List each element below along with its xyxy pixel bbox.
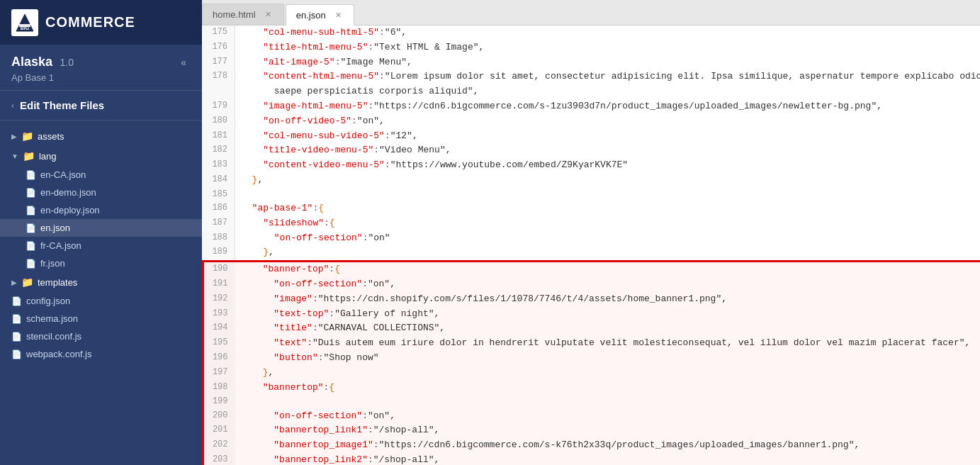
folder-arrow-assets: ▶ [11, 133, 17, 140]
table-row: 201 "bannertop_link1":"/shop-all", [203, 423, 981, 438]
line-number: 182 [203, 143, 235, 158]
table-row: 193 "text-top":"Gallery of night", [203, 307, 981, 322]
file-icon-schema: 📄 [11, 314, 22, 324]
file-label-schema: schema.json [26, 313, 78, 324]
logo-icon: BIG [11, 9, 38, 36]
folder-icon-lang: 📁 [23, 150, 35, 162]
table-row: 199 [203, 395, 981, 408]
line-number: 183 [203, 158, 235, 173]
table-row: 196 "button":"Shop now" [203, 351, 981, 366]
line-code: "slideshow":{ [235, 216, 981, 231]
line-code: "ap-base-1":{ [235, 201, 981, 216]
line-code: "content-html-menu-5":"Lorem ipsum dolor… [235, 69, 981, 84]
file-label-en-ca: en-CA.json [40, 169, 86, 180]
line-code: }, [235, 245, 981, 261]
folder-icon-assets: 📁 [21, 130, 33, 142]
line-code: "bannertop_image1":"https://cdn6.bigcomm… [235, 438, 981, 453]
file-label-en: en.json [40, 223, 70, 233]
folder-label-lang: lang [39, 151, 57, 162]
line-code: "on-off-video-5":"on", [235, 114, 981, 129]
file-en-deploy-json[interactable]: 📄 en-deploy.json [0, 201, 202, 219]
table-row: 203 "bannertop_link2":"/shop-all", [203, 453, 981, 465]
line-code: "title-html-menu-5":"Text HTML & Image", [235, 40, 981, 55]
folder-assets[interactable]: ▶ 📁 assets [0, 126, 202, 146]
folder-lang[interactable]: ▼ 📁 lang [0, 146, 202, 166]
line-number: 194 [203, 321, 235, 336]
table-row: 179 "image-html-menu-5":"https://cdn6.bi… [203, 99, 981, 114]
table-row: 183 "content-video-menu-5":"https://www.… [203, 158, 981, 173]
code-editor[interactable]: 175 "col-menu-sub-html-5":"6",176 "title… [202, 26, 980, 465]
file-schema-json[interactable]: 📄 schema.json [0, 310, 202, 327]
table-row: 190 "banner-top":{ [203, 262, 981, 277]
line-number: 203 [203, 453, 235, 465]
table-row: 189 }, [203, 245, 981, 261]
folder-label-assets: assets [38, 131, 64, 142]
file-label-stencil: stencil.conf.js [26, 331, 81, 342]
file-en-demo-json[interactable]: 📄 en-demo.json [0, 184, 202, 201]
file-icon-en-demo: 📄 [26, 188, 36, 198]
collapse-button[interactable]: « [176, 55, 191, 69]
tab-en-json-close[interactable]: ✕ [333, 10, 344, 21]
tabs-bar: home.html ✕ en.json ✕ [202, 0, 980, 26]
line-code: "on-off-section":"on", [235, 277, 981, 292]
line-number: 196 [203, 351, 235, 366]
line-number: 193 [203, 307, 235, 322]
line-number: 175 [203, 26, 235, 40]
line-number: 181 [203, 129, 235, 144]
line-code: "text":"Duis autem eum iriure dolor in h… [235, 336, 981, 351]
table-row: 185 [203, 188, 981, 201]
folder-templates[interactable]: ▶ 📁 templates [0, 272, 202, 292]
line-number: 177 [203, 55, 235, 70]
table-row: 197 }, [203, 366, 981, 381]
table-row: 182 "title-video-menu-5":"Video Menu", [203, 143, 981, 158]
table-row: 195 "text":"Duis autem eum iriure dolor … [203, 336, 981, 351]
file-en-ca-json[interactable]: 📄 en-CA.json [0, 166, 202, 184]
table-row: 191 "on-off-section":"on", [203, 277, 981, 292]
tab-home-html-close[interactable]: ✕ [263, 9, 274, 20]
theme-base: Ap Base 1 [11, 72, 191, 83]
line-number: 185 [203, 188, 235, 201]
folder-arrow-lang: ▼ [11, 152, 18, 160]
file-fr-ca-json[interactable]: 📄 fr-CA.json [0, 237, 202, 254]
table-row: saepe perspiciatis corporis aliquid", [203, 84, 981, 99]
line-code: "image":"https://cdn.shopify.com/s/files… [235, 292, 981, 307]
chevron-left-icon: ‹ [11, 101, 14, 111]
tab-home-html[interactable]: home.html ✕ [202, 4, 284, 25]
file-icon-config: 📄 [11, 296, 22, 306]
file-webpack-conf[interactable]: 📄 webpack.conf.js [0, 345, 202, 363]
table-row: 176 "title-html-menu-5":"Text HTML & Ima… [203, 40, 981, 55]
main-content: home.html ✕ en.json ✕ 175 "col-menu-sub-… [202, 0, 980, 465]
file-fr-json[interactable]: 📄 fr.json [0, 254, 202, 272]
tab-en-json[interactable]: en.json ✕ [286, 4, 354, 26]
line-code: "on-off-section":"on", [235, 409, 981, 424]
table-row: 180 "on-off-video-5":"on", [203, 114, 981, 129]
code-table: 175 "col-menu-sub-html-5":"6",176 "title… [202, 26, 980, 465]
file-icon-en-deploy: 📄 [26, 206, 36, 215]
file-stencil-conf[interactable]: 📄 stencil.conf.js [0, 327, 202, 345]
line-code: }, [235, 366, 981, 381]
line-number: 179 [203, 99, 235, 114]
table-row: 194 "title":"CARNAVAL COLLECTIONS", [203, 321, 981, 336]
file-en-json[interactable]: 📄 en.json [0, 219, 202, 237]
table-row: 192 "image":"https://cdn.shopify.com/s/f… [203, 292, 981, 307]
line-number [203, 84, 235, 99]
table-row: 187 "slideshow":{ [203, 216, 981, 231]
file-config-json[interactable]: 📄 config.json [0, 292, 202, 310]
edit-theme-section[interactable]: ‹ Edit Theme Files [0, 91, 202, 121]
file-icon-webpack: 📄 [11, 349, 22, 359]
line-number: 192 [203, 292, 235, 307]
svg-text:BIG: BIG [21, 26, 30, 30]
line-number: 202 [203, 438, 235, 453]
sidebar: BIG COMMERCE Alaska 1.0 « Ap Base 1 ‹ Ed… [0, 0, 202, 465]
file-icon-stencil: 📄 [11, 332, 22, 342]
line-code: "alt-image-5":"Image Menu", [235, 55, 981, 70]
line-number: 180 [203, 114, 235, 129]
line-code: "button":"Shop now" [235, 351, 981, 366]
file-label-fr-ca: fr-CA.json [40, 240, 81, 251]
line-code: "image-html-menu-5":"https://cdn6.bigcom… [235, 99, 981, 114]
line-code: "col-menu-sub-html-5":"6", [235, 26, 981, 40]
file-tree: ▶ 📁 assets ▼ 📁 lang 📄 en-CA.json 📄 en-de… [0, 121, 202, 465]
line-code: "bannertop":{ [235, 381, 981, 396]
folder-arrow-templates: ▶ [11, 279, 17, 286]
line-code: "bannertop_link1":"/shop-all", [235, 423, 981, 438]
